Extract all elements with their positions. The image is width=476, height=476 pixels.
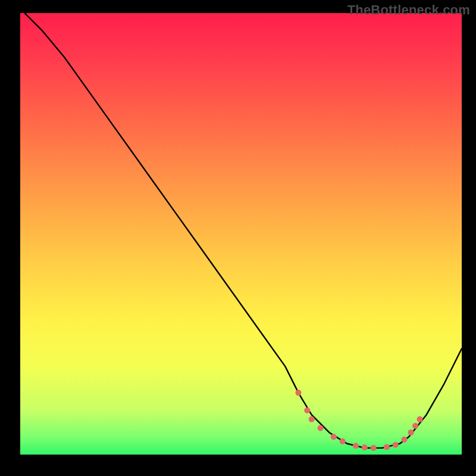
marker-dot — [353, 443, 359, 449]
marker-dot — [340, 439, 346, 444]
marker-dot — [408, 430, 414, 436]
marker-dot — [309, 416, 315, 422]
chart-frame: TheBottleneck.com — [0, 0, 476, 476]
marker-dot — [402, 437, 408, 443]
marker-dot — [362, 444, 368, 450]
curve-markers — [296, 390, 423, 451]
marker-dot — [296, 390, 302, 396]
marker-dot — [371, 445, 377, 451]
plot-area — [20, 13, 462, 455]
marker-dot — [417, 416, 423, 422]
marker-dot — [318, 425, 324, 431]
marker-dot — [304, 408, 310, 414]
bottleneck-curve — [24, 13, 462, 448]
watermark-text: TheBottleneck.com — [347, 2, 470, 18]
marker-dot — [412, 423, 418, 429]
marker-dot — [384, 444, 390, 450]
marker-dot — [393, 442, 399, 448]
curve-layer — [20, 13, 462, 455]
marker-dot — [331, 434, 337, 440]
